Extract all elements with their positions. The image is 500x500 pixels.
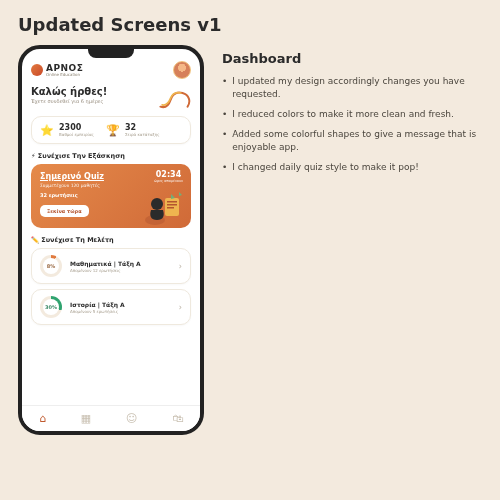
tab-home[interactable]: ⌂ [39, 412, 46, 425]
study-subtitle: Απομένουν 5 ερωτήσεις [70, 309, 125, 314]
svg-rect-4 [167, 204, 177, 206]
daily-quiz-card[interactable]: 02:34 ώρες απομένουν Σημερινό Quiz Συμμε… [31, 164, 191, 228]
trophy-icon: 🏆 [106, 123, 120, 137]
svg-rect-5 [167, 207, 174, 209]
tab-profile[interactable]: ☺ [126, 412, 137, 425]
welcome-block: Καλώς ήρθες! Έχετε συνδεθεί για 6 ημέρες [31, 86, 191, 112]
welcome-title: Καλώς ήρθες! [31, 86, 107, 97]
study-card-history[interactable]: 30% Ιστορία | Τάξη Α Απομένουν 5 ερωτήσε… [31, 289, 191, 325]
stat-xp-label: Βαθμοί εμπειρίας [59, 132, 94, 137]
brand-tagline: Online Education [46, 73, 83, 77]
chevron-right-icon: › [179, 303, 182, 312]
quiz-subtitle: Συμμετέχουν 120 μαθητές [40, 183, 182, 188]
bullet-item: I updated my design accordingly changes … [222, 75, 482, 101]
bottom-tab-bar: ⌂ ▦ ☺ 🛍 [22, 405, 200, 431]
welcome-subtitle: Έχετε συνδεθεί για 6 ημέρες [31, 98, 107, 104]
study-heading: ✏️ Συνέχισε Τη Μελέτη [31, 236, 191, 244]
brand: ΑΡΝΟΣ Online Education [31, 64, 83, 77]
bullet-item: I changed daily quiz style to make it po… [222, 161, 482, 174]
phone-notch [88, 48, 134, 58]
quiz-timer-value: 02:34 [154, 170, 183, 179]
stat-xp: ⭐ 2300 Βαθμοί εμπειρίας [40, 123, 94, 137]
bullet-item: I reduced colors to make it more clean a… [222, 108, 482, 121]
quiz-illustration-icon [141, 190, 185, 226]
brand-logo-icon [31, 64, 43, 76]
tab-grid[interactable]: ▦ [81, 412, 91, 425]
stat-rank-label: Σειρά κατάταξης [125, 132, 160, 137]
svg-rect-3 [167, 201, 177, 203]
stat-xp-value: 2300 [59, 123, 94, 132]
practice-section: ⚡ Συνέχισε Την Εξάσκηση 02:34 ώρες απομέ… [31, 152, 191, 228]
stat-rank: 🏆 32 Σειρά κατάταξης [106, 123, 160, 137]
practice-heading: ⚡ Συνέχισε Την Εξάσκηση [31, 152, 191, 160]
notes-heading: Dashboard [222, 51, 482, 66]
star-icon: ⭐ [40, 123, 54, 137]
study-card-math[interactable]: 8% Μαθηματικά | Τάξη Α Απομένουν 12 ερωτ… [31, 248, 191, 284]
tab-shop[interactable]: 🛍 [172, 412, 183, 425]
progress-ring: 30% [40, 296, 62, 318]
study-section: ✏️ Συνέχισε Τη Μελέτη 8% Μαθηματικά | Τά… [31, 236, 191, 325]
stat-rank-value: 32 [125, 123, 160, 132]
svg-point-1 [151, 198, 163, 210]
study-title: Ιστορία | Τάξη Α [70, 301, 125, 308]
study-subtitle: Απομένουν 12 ερωτήσεις [70, 268, 141, 273]
progress-ring: 8% [40, 255, 62, 277]
avatar[interactable] [173, 61, 191, 79]
app-header: ΑΡΝΟΣ Online Education [31, 61, 191, 79]
stage: ΑΡΝΟΣ Online Education Καλώς ήρθες! Έχετ… [0, 45, 500, 435]
page-title: Updated Screens v1 [0, 0, 500, 45]
bullet-item: Added some colorful shapes to give a mes… [222, 128, 482, 154]
phone-mockup: ΑΡΝΟΣ Online Education Καλώς ήρθες! Έχετ… [18, 45, 204, 435]
stats-card: ⭐ 2300 Βαθμοί εμπειρίας 🏆 32 Σειρά κατάτ… [31, 116, 191, 144]
quiz-timer: 02:34 ώρες απομένουν [154, 170, 183, 183]
decorative-swirl-icon [157, 86, 191, 112]
chevron-right-icon: › [179, 262, 182, 271]
study-title: Μαθηματικά | Τάξη Α [70, 260, 141, 267]
quiz-start-button[interactable]: Ξεκίνα τώρα [40, 205, 89, 217]
notes-column: Dashboard I updated my design accordingl… [222, 45, 482, 435]
